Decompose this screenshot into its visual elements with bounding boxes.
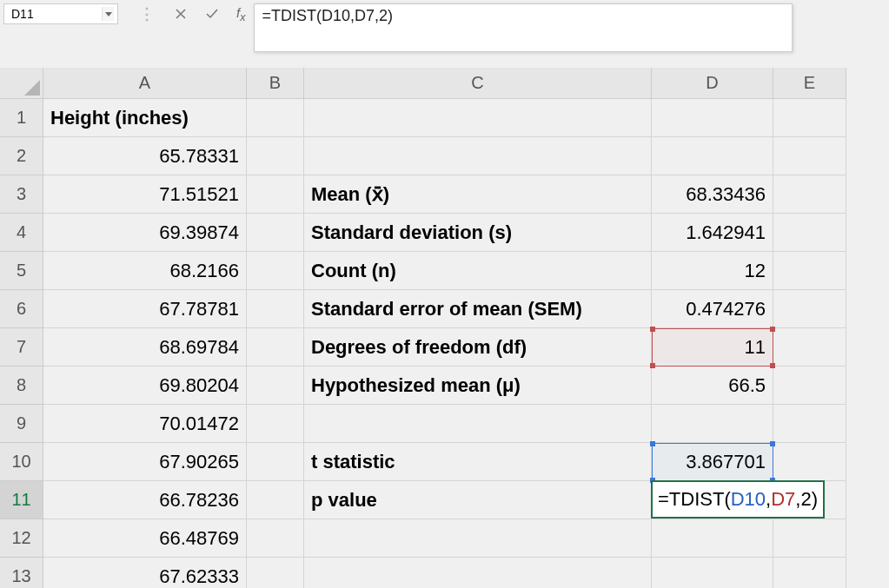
row-9: 70.01472 (43, 405, 846, 443)
cell-C3[interactable]: Mean (x̄) (304, 175, 652, 214)
cell-D2[interactable] (652, 137, 773, 175)
row-header-1[interactable]: 1 (0, 99, 43, 137)
cell-B4[interactable] (247, 214, 304, 252)
cell-C1[interactable] (304, 99, 652, 137)
cell-D5[interactable]: 12 (652, 252, 773, 290)
select-all-corner[interactable] (0, 68, 43, 99)
cell-C5[interactable]: Count (n) (304, 252, 652, 290)
cell-D6[interactable]: 0.474276 (652, 290, 773, 328)
cell-C8[interactable]: Hypothesized mean (μ) (304, 367, 652, 405)
formula-bar: D11 ⋮ fx =TDIST(D10,D7,2) (0, 0, 889, 63)
cell-B7[interactable] (247, 328, 304, 367)
cell-B2[interactable] (247, 137, 304, 175)
cell-B13[interactable] (247, 558, 304, 588)
cell-E7[interactable] (773, 328, 846, 367)
cell-D9[interactable] (652, 405, 773, 443)
cell-E8[interactable] (773, 367, 846, 405)
cancel-button[interactable] (165, 3, 196, 24)
separator: ⋮ (139, 4, 155, 23)
fx-label[interactable]: fx (236, 5, 245, 23)
cell-A8[interactable]: 69.80204 (43, 367, 247, 405)
row-header-7[interactable]: 7 (0, 328, 43, 367)
cell-B11[interactable] (247, 481, 304, 519)
row-header-10[interactable]: 10 (0, 443, 43, 481)
col-header-D[interactable]: D (652, 68, 773, 99)
cell-A3[interactable]: 71.51521 (43, 175, 247, 214)
row-12: 66.48769 (43, 519, 846, 558)
row-3: 71.51521 Mean (x̄) 68.33436 (43, 175, 846, 214)
cell-E5[interactable] (773, 252, 846, 290)
cell-A10[interactable]: 67.90265 (43, 443, 247, 481)
cell-D7[interactable]: 11 (652, 328, 773, 367)
formula-input[interactable]: =TDIST(D10,D7,2) (254, 3, 793, 52)
row-header-4[interactable]: 4 (0, 214, 43, 252)
cell-A7[interactable]: 68.69784 (43, 328, 247, 367)
cell-A12[interactable]: 66.48769 (43, 519, 247, 558)
row-header-8[interactable]: 8 (0, 367, 43, 405)
cell-E1[interactable] (773, 99, 846, 137)
cell-C11[interactable]: p value (304, 481, 652, 519)
cell-A13[interactable]: 67.62333 (43, 558, 247, 588)
row-13: 67.62333 (43, 558, 846, 588)
cell-A9[interactable]: 70.01472 (43, 405, 247, 443)
cell-A5[interactable]: 68.2166 (43, 252, 247, 290)
cell-C2[interactable] (304, 137, 652, 175)
cell-D10[interactable]: 3.867701 (652, 443, 773, 481)
cell-A2[interactable]: 65.78331 (43, 137, 247, 175)
cell-E10[interactable] (773, 443, 846, 481)
cell-C6[interactable]: Standard error of mean (SEM) (304, 290, 652, 328)
name-box-dropdown[interactable] (102, 7, 114, 21)
row-header-5[interactable]: 5 (0, 252, 43, 290)
active-edit-cell[interactable]: =TDIST(D10,D7,2) (651, 480, 825, 519)
cell-B1[interactable] (247, 99, 304, 137)
cell-E6[interactable] (773, 290, 846, 328)
cell-E4[interactable] (773, 214, 846, 252)
cell-C4[interactable]: Standard deviation (s) (304, 214, 652, 252)
cell-E9[interactable] (773, 405, 846, 443)
row-header-2[interactable]: 2 (0, 137, 43, 175)
cell-D1[interactable] (652, 99, 773, 137)
cell-C9[interactable] (304, 405, 652, 443)
row-header-9[interactable]: 9 (0, 405, 43, 443)
cell-C10[interactable]: t statistic (304, 443, 652, 481)
cell-D3[interactable]: 68.33436 (652, 175, 773, 214)
formula-text: =TDIST(D10,D7,2) (262, 7, 393, 24)
column-headers: A B C D E (43, 68, 846, 99)
cell-B6[interactable] (247, 290, 304, 328)
row-header-3[interactable]: 3 (0, 175, 43, 214)
row-header-11[interactable]: 11 (0, 481, 43, 519)
cell-C7[interactable]: Degrees of freedom (df) (304, 328, 652, 367)
enter-button[interactable] (196, 3, 228, 24)
cell-B8[interactable] (247, 367, 304, 405)
cell-A1[interactable]: Height (inches) (43, 99, 247, 137)
cell-D12[interactable] (652, 519, 773, 558)
name-box[interactable]: D11 (3, 3, 118, 24)
cells-grid: Height (inches) 65.78331 71.51521 Mean (… (43, 99, 846, 588)
col-header-E[interactable]: E (773, 68, 846, 99)
cell-A6[interactable]: 67.78781 (43, 290, 247, 328)
cell-C12[interactable] (304, 519, 652, 558)
cell-D4[interactable]: 1.642941 (652, 214, 773, 252)
cell-E2[interactable] (773, 137, 846, 175)
row-header-13[interactable]: 13 (0, 558, 43, 588)
cell-C13[interactable] (304, 558, 652, 588)
col-header-C[interactable]: C (304, 68, 652, 99)
cell-E12[interactable] (773, 519, 846, 558)
cell-E13[interactable] (773, 558, 846, 588)
cell-D13[interactable] (652, 558, 773, 588)
cell-B3[interactable] (247, 175, 304, 214)
cell-A4[interactable]: 69.39874 (43, 214, 247, 252)
cell-B12[interactable] (247, 519, 304, 558)
cell-B9[interactable] (247, 405, 304, 443)
row-5: 68.2166 Count (n) 12 (43, 252, 846, 290)
col-header-B[interactable]: B (247, 68, 304, 99)
cell-D8[interactable]: 66.5 (652, 367, 773, 405)
cell-B5[interactable] (247, 252, 304, 290)
row-7: 68.69784 Degrees of freedom (df) 11 (43, 328, 846, 367)
cell-A11[interactable]: 66.78236 (43, 481, 247, 519)
row-header-12[interactable]: 12 (0, 519, 43, 558)
cell-E3[interactable] (773, 175, 846, 214)
row-header-6[interactable]: 6 (0, 290, 43, 328)
col-header-A[interactable]: A (43, 68, 247, 99)
cell-B10[interactable] (247, 443, 304, 481)
